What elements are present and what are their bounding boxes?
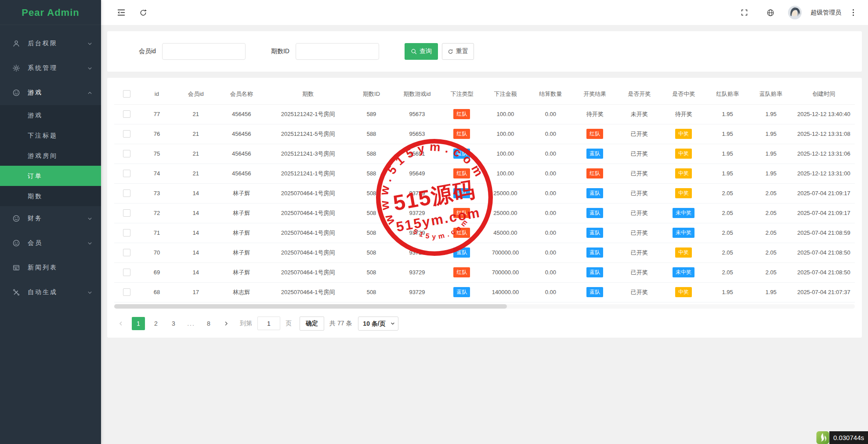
language-globe-icon[interactable] — [762, 4, 779, 22]
cell-period_id: 508 — [350, 262, 393, 282]
cell-member_id: 14 — [174, 262, 217, 282]
thinkphp-icon — [816, 431, 829, 444]
page-button-1[interactable]: 1 — [132, 317, 145, 330]
cell-period_game_id: 95653 — [393, 124, 441, 144]
status-badge: 红队 — [453, 208, 470, 218]
debug-trace-badge[interactable]: 0.030744s — [816, 431, 868, 444]
page-button-8[interactable]: 8 — [202, 317, 215, 330]
prev-page-button[interactable] — [114, 317, 127, 330]
column-header: 红队赔率 — [706, 84, 749, 104]
cell-is_drawn: 已开奖 — [617, 144, 662, 164]
sidebar-item-finance[interactable]: 财务 — [0, 206, 101, 231]
cell-bet_amount: 25000.00 — [482, 183, 528, 203]
row-checkbox[interactable] — [123, 229, 130, 237]
row-checkbox[interactable] — [123, 269, 130, 276]
status-badge: 中奖 — [675, 188, 692, 198]
cell-period_game_id: 93729 — [393, 282, 441, 302]
cell-settle_qty: 0.00 — [528, 282, 573, 302]
cell-bet_amount: 100.00 — [482, 124, 528, 144]
sidebar-item-label: 财务 — [28, 215, 87, 222]
cell-bet_type: 蓝队 — [441, 243, 482, 262]
row-checkbox[interactable] — [123, 249, 130, 256]
cell-id: 69 — [139, 262, 175, 282]
table-row: 7114林子辉2025070464-1号房间50893729红队45000.00… — [114, 223, 855, 243]
scrollbar-thumb[interactable] — [114, 304, 507, 309]
cell-created: 2025-07-04 21:08:59 — [793, 223, 855, 243]
sidebar-subitem-game[interactable]: 游戏 — [0, 105, 101, 125]
cell-member_name: 林子辉 — [217, 262, 266, 282]
status-badge: 蓝队 — [453, 247, 470, 258]
cell-member_id: 14 — [174, 243, 217, 262]
cell-period_game_id: 93729 — [393, 223, 441, 243]
confirm-page-button[interactable]: 确定 — [300, 317, 324, 331]
horizontal-scrollbar[interactable] — [114, 304, 855, 309]
cell-period_game_id: 95673 — [393, 104, 441, 124]
refresh-icon[interactable] — [134, 4, 152, 22]
current-user-name[interactable]: 超级管理员 — [810, 9, 841, 17]
sidebar-subitem-periods[interactable]: 期数 — [0, 186, 101, 206]
orders-table-card: id会员id会员名称期数期数ID期数游戏id下注类型下注金额结算数量开奖结果是否… — [107, 78, 862, 338]
page-content: 会员id 期数ID 查询 重置 — [101, 25, 868, 444]
row-checkbox[interactable] — [123, 189, 130, 197]
sidebar-subitem-game-room[interactable]: 游戏房间 — [0, 146, 101, 166]
period-id-input[interactable] — [296, 43, 379, 60]
cell-period_id: 508 — [350, 183, 393, 203]
cell-is_drawn: 已开奖 — [617, 282, 662, 302]
row-checkbox[interactable] — [123, 170, 130, 177]
page-unit-label: 页 — [286, 320, 292, 328]
status-badge: 蓝队 — [586, 208, 603, 218]
cell-bet_amount: 100.00 — [482, 144, 528, 164]
status-badge: 红队 — [586, 129, 603, 139]
cell-result: 红队 — [573, 124, 617, 144]
table-row: 75214564562025121241-3号房间58895651蓝队100.0… — [114, 144, 855, 164]
row-checkbox[interactable] — [123, 288, 130, 296]
cell-blue_odds: 2.05 — [749, 262, 793, 282]
sidebar-item-auto-generate[interactable]: 自动生成 — [0, 280, 101, 305]
chevron-up-icon — [87, 91, 92, 95]
cell-red_odds: 2.05 — [706, 223, 749, 243]
select-all-checkbox[interactable] — [123, 90, 130, 98]
cell-period_id: 589 — [350, 104, 393, 124]
sidebar-item-game[interactable]: 游戏 — [0, 80, 101, 105]
sidebar-subitem-bet-title[interactable]: 下注标题 — [0, 125, 101, 146]
collapse-sidebar-icon[interactable] — [112, 4, 130, 22]
sidebar-item-news-list[interactable]: 新闻列表 — [0, 255, 101, 280]
column-header: 蓝队赔率 — [749, 84, 793, 104]
cell-is_drawn: 已开奖 — [617, 164, 662, 183]
page-button-3[interactable]: 3 — [167, 317, 180, 330]
cell-result: 红队 — [573, 164, 617, 183]
row-checkbox[interactable] — [123, 130, 130, 138]
sidebar-item-backend-permissions[interactable]: 后台权限 — [0, 31, 101, 56]
sidebar-subitem-orders[interactable]: 订单 — [0, 166, 101, 186]
member-id-input[interactable] — [162, 43, 246, 60]
cell-is_drawn: 已开奖 — [617, 124, 662, 144]
cell-period: 2025121242-1号房间 — [266, 104, 350, 124]
query-button[interactable]: 查询 — [405, 43, 438, 60]
sidebar-item-members[interactable]: 会员 — [0, 231, 101, 255]
cell-red_odds: 1.95 — [706, 164, 749, 183]
row-checkbox[interactable] — [123, 150, 130, 157]
row-checkbox[interactable] — [123, 110, 130, 118]
goto-page-input[interactable] — [257, 317, 280, 330]
page-ellipsis: ... — [184, 317, 198, 330]
page-button-2[interactable]: 2 — [149, 317, 163, 330]
cell-period_id: 588 — [350, 144, 393, 164]
total-count-label: 共 77 条 — [329, 320, 352, 328]
smiley-icon — [12, 89, 21, 97]
reset-button[interactable]: 重置 — [442, 43, 474, 60]
cell-bet_amount: 140000.00 — [482, 282, 528, 302]
cell-id: 76 — [139, 124, 175, 144]
avatar[interactable] — [788, 6, 802, 19]
fullscreen-icon[interactable] — [735, 4, 753, 22]
more-options-icon[interactable] — [850, 7, 857, 18]
cell-is_win: 待开奖 — [662, 104, 706, 124]
column-header: 期数游戏id — [393, 84, 441, 104]
period-id-label: 期数ID — [271, 47, 289, 55]
row-checkbox[interactable] — [123, 209, 130, 217]
cell-red_odds: 2.05 — [706, 203, 749, 223]
status-badge: 未中奖 — [673, 267, 694, 277]
sidebar-item-system-management[interactable]: 系统管理 — [0, 56, 101, 80]
per-page-select[interactable]: 10 条/页 — [358, 317, 398, 331]
next-page-button[interactable] — [220, 317, 233, 330]
status-badge: 蓝队 — [453, 287, 470, 297]
